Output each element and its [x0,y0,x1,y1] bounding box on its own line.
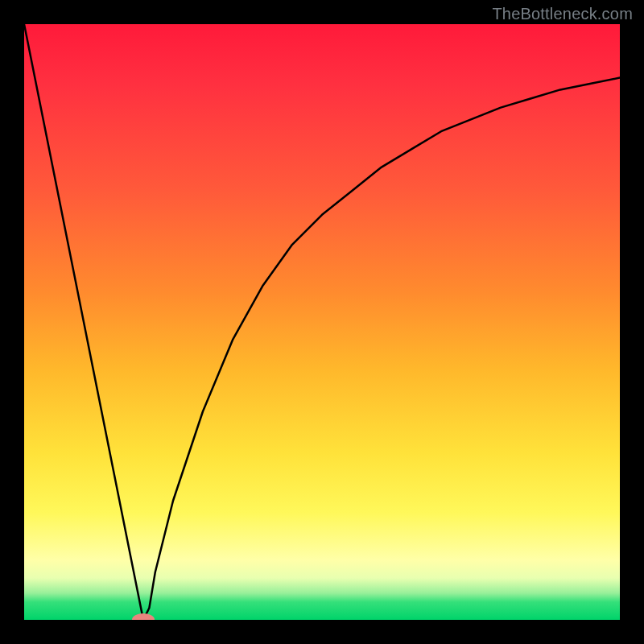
chart-stage: TheBottleneck.com [0,0,644,644]
plot-area [24,24,620,620]
bottleneck-curve [24,24,620,620]
watermark-text: TheBottleneck.com [492,5,633,23]
